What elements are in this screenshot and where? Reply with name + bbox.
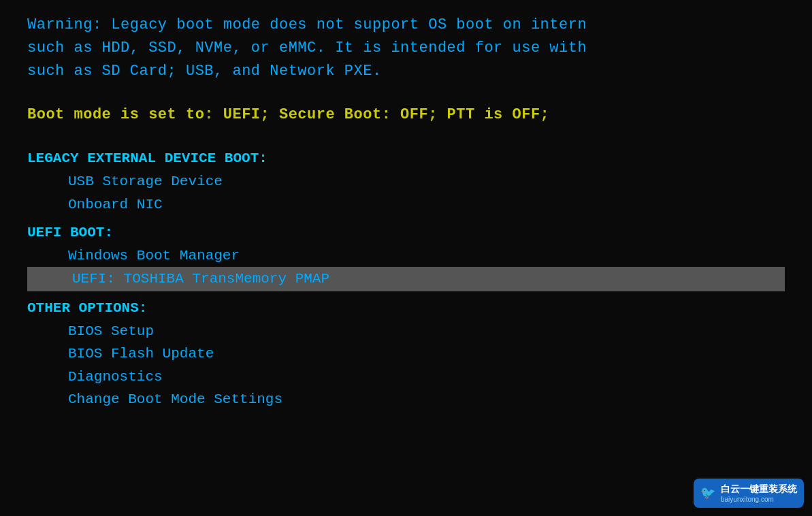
other-item-bios-setup[interactable]: BIOS Setup (27, 320, 785, 343)
boot-menu: LEGACY EXTERNAL DEVICE BOOT: USB Storage… (27, 147, 785, 411)
warning-line-3: such as SD Card; USB, and Network PXE. (27, 60, 785, 83)
other-section-header: OTHER OPTIONS: (27, 297, 785, 320)
legacy-item-nic[interactable]: Onboard NIC (27, 193, 785, 216)
uefi-section-header: UEFI BOOT: (27, 221, 785, 244)
warning-section: Warning: Legacy boot mode does not suppo… (27, 14, 785, 83)
bios-screen: Warning: Legacy boot mode does not suppo… (0, 0, 812, 516)
uefi-item-toshiba[interactable]: UEFI: TOSHIBA TransMemory PMAP (27, 267, 785, 291)
watermark-badge: 🐦 白云一键重装系统 baiyunxitong.com (694, 479, 804, 508)
watermark-text-block: 白云一键重装系统 baiyunxitong.com (721, 483, 797, 504)
watermark-website: baiyunxitong.com (721, 495, 797, 504)
boot-status-text: Boot mode is set to: UEFI; Secure Boot: … (27, 103, 785, 127)
legacy-section-header: LEGACY EXTERNAL DEVICE BOOT: (27, 147, 785, 170)
other-item-diagnostics[interactable]: Diagnostics (27, 366, 785, 389)
watermark-brand-name: 白云一键重装系统 (721, 483, 797, 495)
other-item-bios-flash[interactable]: BIOS Flash Update (27, 342, 785, 366)
twitter-bird-icon: 🐦 (700, 485, 715, 500)
legacy-item-usb[interactable]: USB Storage Device (27, 170, 785, 193)
other-item-change-boot-mode[interactable]: Change Boot Mode Settings (27, 388, 785, 411)
uefi-item-windows[interactable]: Windows Boot Manager (27, 244, 785, 268)
warning-line-2: such as HDD, SSD, NVMe, or eMMC. It is i… (27, 37, 785, 60)
warning-line-1: Warning: Legacy boot mode does not suppo… (27, 14, 785, 37)
